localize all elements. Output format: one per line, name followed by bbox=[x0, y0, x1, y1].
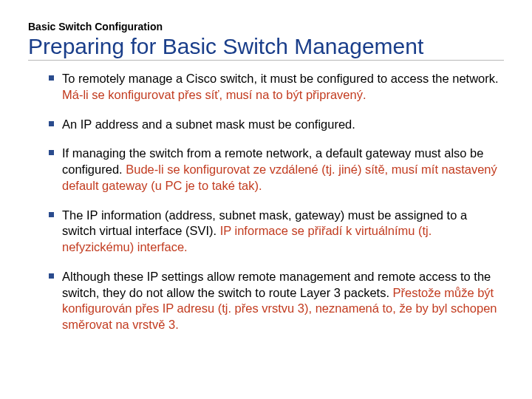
list-item: Although these IP settings allow remote … bbox=[49, 269, 504, 333]
list-item: To remotely manage a Cisco switch, it mu… bbox=[49, 71, 504, 103]
bullet-text-en: To remotely manage a Cisco switch, it mu… bbox=[62, 72, 499, 85]
bullet-list: To remotely manage a Cisco switch, it mu… bbox=[28, 71, 504, 333]
list-item: An IP address and a subnet mask must be … bbox=[49, 117, 504, 133]
section-eyebrow: Basic Switch Configuration bbox=[28, 21, 504, 33]
title-rule bbox=[28, 60, 504, 61]
bullet-text-cz: Má-li se konfigurovat přes síť, musí na … bbox=[62, 88, 366, 101]
list-item: The IP information (address, subnet mask… bbox=[49, 208, 504, 256]
page-title: Preparing for Basic Switch Management bbox=[28, 34, 504, 58]
bullet-text-cz: Bude-li se konfigurovat ze vzdálené (tj.… bbox=[62, 163, 497, 192]
slide: Basic Switch Configuration Preparing for… bbox=[0, 0, 532, 399]
list-item: If managing the switch from a remote net… bbox=[49, 146, 504, 194]
bullet-text-en: An IP address and a subnet mask must be … bbox=[62, 117, 355, 131]
